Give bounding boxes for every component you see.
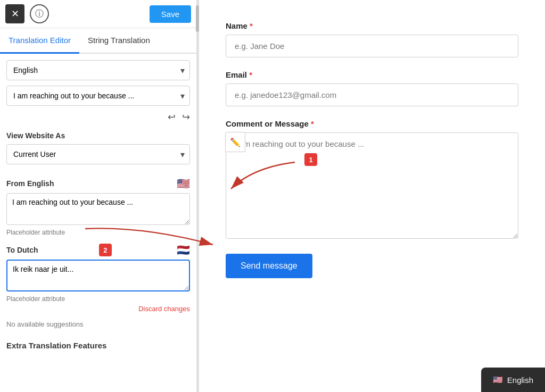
- email-field: Email *: [226, 70, 518, 106]
- save-button[interactable]: Save: [150, 5, 191, 23]
- extra-translation-title: Extra Translation Features: [6, 336, 190, 350]
- us-flag-badge-icon: 🇺🇸: [493, 375, 503, 385]
- from-english-section: From English 🇺🇸 I am reaching out to you…: [6, 177, 190, 236]
- message-field: Comment or Message * ✏️: [226, 119, 518, 241]
- to-dutch-title: To Dutch: [6, 246, 38, 254]
- name-field: Name *: [226, 21, 518, 57]
- to-dutch-header: To Dutch 2 🇳🇱: [6, 244, 190, 256]
- step2-badge: 2: [99, 244, 112, 256]
- email-input[interactable]: [226, 84, 518, 106]
- discard-row: Discard changes: [6, 305, 190, 313]
- undo-redo-bar: ↩ ↪: [6, 111, 190, 123]
- language-badge-label: English: [507, 376, 533, 385]
- left-scroll-area[interactable]: English ▾ I am reaching out to your beca…: [0, 54, 196, 392]
- message-textarea[interactable]: [226, 132, 518, 239]
- string-dropdown[interactable]: I am reaching out to your because ...: [6, 86, 190, 106]
- from-english-title: From English: [6, 179, 54, 188]
- name-required-star: *: [250, 21, 253, 30]
- discard-changes-link[interactable]: Discard changes: [138, 305, 190, 313]
- email-required-star: *: [249, 70, 252, 79]
- right-panel: Name * Email * Comment or Message * ✏️: [199, 0, 545, 392]
- view-website-as-label: View Website As: [6, 131, 190, 140]
- top-bar: ✕ ⓘ Save: [0, 0, 196, 28]
- tab-translation-editor[interactable]: Translation Editor: [0, 28, 79, 54]
- name-input[interactable]: [226, 35, 518, 57]
- view-website-as-section: View Website As Current User ▾: [6, 131, 190, 164]
- view-as-dropdown[interactable]: Current User: [6, 144, 190, 164]
- email-label: Email *: [226, 70, 518, 79]
- language-dropdown[interactable]: English: [6, 60, 190, 80]
- from-english-header: From English 🇺🇸: [6, 177, 190, 190]
- no-suggestions-label: No available suggestions: [6, 320, 190, 328]
- close-button[interactable]: ✕: [5, 4, 24, 23]
- language-badge[interactable]: 🇺🇸 English: [481, 368, 545, 392]
- language-dropdown-wrapper: English ▾: [6, 60, 190, 80]
- edit-badge[interactable]: ✏️: [225, 132, 245, 152]
- left-panel: ✕ ⓘ Save Translation Editor String Trans…: [0, 0, 197, 392]
- to-dutch-textarea[interactable]: Ik reik naar je uit...: [6, 260, 190, 291]
- from-english-textarea[interactable]: I am reaching out to your because ...: [6, 193, 190, 225]
- message-required-star: *: [311, 119, 314, 128]
- tab-string-translation[interactable]: String Translation: [79, 28, 159, 54]
- undo-button[interactable]: ↩: [168, 111, 176, 123]
- tabs: Translation Editor String Translation: [0, 28, 196, 54]
- send-message-button[interactable]: Send message: [226, 254, 312, 278]
- to-placeholder-attr-label: Placeholder attribute: [6, 295, 190, 303]
- textarea-wrapper: ✏️: [226, 132, 518, 241]
- form-container: Name * Email * Comment or Message * ✏️: [226, 21, 518, 278]
- message-label: Comment or Message *: [226, 119, 518, 128]
- string-dropdown-wrapper: I am reaching out to your because ... ▾: [6, 86, 190, 106]
- name-label: Name *: [226, 21, 518, 30]
- us-flag-icon: 🇺🇸: [177, 177, 190, 190]
- pencil-icon: ✏️: [230, 137, 241, 147]
- to-dutch-section: To Dutch 2 🇳🇱 Ik reik naar je uit... Pla…: [6, 244, 190, 313]
- from-placeholder-attr-label: Placeholder attribute: [6, 229, 190, 236]
- view-as-dropdown-wrapper: Current User ▾: [6, 144, 190, 164]
- step1-badge: 1: [304, 153, 317, 166]
- nl-flag-icon: 🇳🇱: [177, 244, 190, 256]
- info-button[interactable]: ⓘ: [30, 4, 49, 23]
- redo-button[interactable]: ↪: [182, 111, 190, 123]
